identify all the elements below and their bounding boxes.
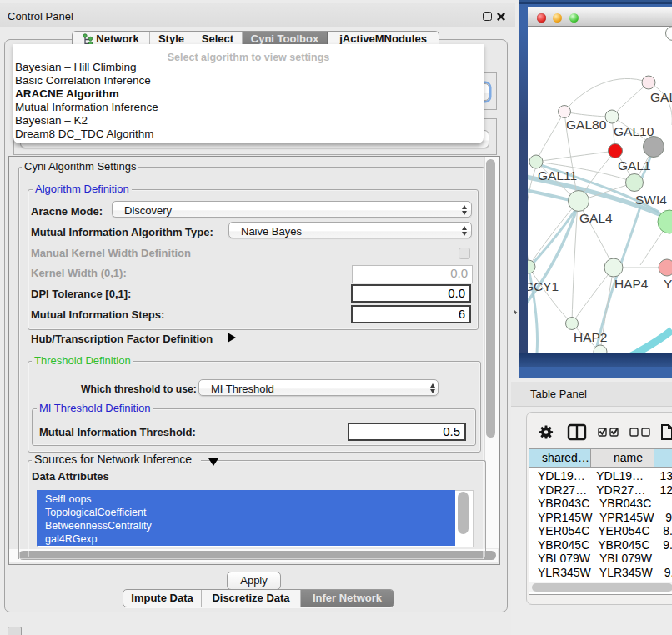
svg-text:GAL2: GAL2 [650,90,672,104]
svg-text:GAL10: GAL10 [614,124,654,138]
svg-text:YJ: YJ [664,277,672,291]
svg-text:GAL80: GAL80 [566,118,607,132]
svg-text:HAP4: HAP4 [614,277,649,291]
svg-text:HAP2: HAP2 [574,330,608,344]
svg-text:GCY1: GCY1 [528,279,559,293]
svg-text:GAL11: GAL11 [538,168,577,182]
svg-text:SWI4: SWI4 [635,192,667,207]
svg-text:GAL4: GAL4 [579,211,613,225]
svg-text:GAL1: GAL1 [618,158,651,172]
